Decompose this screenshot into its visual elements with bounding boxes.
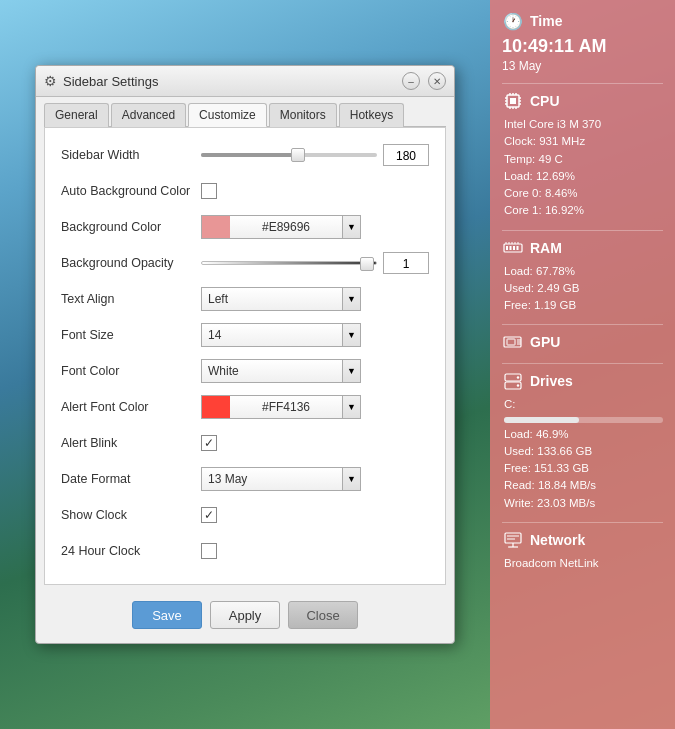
font-color-arrow: ▼	[342, 360, 360, 382]
background-color-row: Background Color #E89696 ▼	[61, 214, 429, 240]
date-format-control: 13 May ▼	[201, 467, 429, 491]
sidebar-width-value[interactable]: 180	[383, 144, 429, 166]
alert-font-color-picker[interactable]: #FF4136 ▼	[201, 395, 361, 419]
close-button[interactable]: Close	[288, 601, 358, 629]
auto-bg-color-row: Auto Background Color	[61, 178, 429, 204]
background-opacity-label: Background Opacity	[61, 256, 201, 270]
show-clock-control	[201, 507, 429, 523]
text-align-value: Left	[208, 292, 354, 306]
alert-font-color-row: Alert Font Color #FF4136 ▼	[61, 394, 429, 420]
date-format-label: Date Format	[61, 472, 201, 486]
sidebar-time-title: Time	[530, 13, 562, 29]
show-clock-row: Show Clock	[61, 502, 429, 528]
cpu-icon	[502, 90, 524, 112]
svg-point-32	[517, 385, 519, 387]
show-clock-label: Show Clock	[61, 508, 201, 522]
show-clock-checkbox[interactable]	[201, 507, 217, 523]
ram-icon	[502, 237, 524, 259]
sidebar-drives-title: Drives	[530, 373, 573, 389]
sidebar-section-ram: RAM Load: 67.78% Used: 2.49 GB Free: 1.1…	[502, 237, 663, 315]
date-format-row: Date Format 13 May ▼	[61, 466, 429, 492]
dialog-titlebar: ⚙ Sidebar Settings – ✕	[36, 66, 454, 97]
minimize-button[interactable]: –	[402, 72, 420, 90]
auto-bg-color-checkbox[interactable]	[201, 183, 217, 199]
date-format-arrow: ▼	[342, 468, 360, 490]
font-color-control: White ▼	[201, 359, 429, 383]
hour-clock-row: 24 Hour Clock	[61, 538, 429, 564]
dialog-footer: Save Apply Close	[36, 593, 454, 643]
sidebar-section-title-gpu: GPU	[502, 331, 663, 353]
font-size-label: Font Size	[61, 328, 201, 342]
background-opacity-value[interactable]: 1	[383, 252, 429, 274]
sidebar-panel: 🕐 Time 10:49:11 AM 13 May	[490, 0, 675, 729]
auto-bg-color-control	[201, 183, 429, 199]
alert-font-color-dropdown-arrow[interactable]: ▼	[342, 396, 360, 418]
svg-rect-15	[506, 246, 508, 250]
font-color-label: Font Color	[61, 364, 201, 378]
svg-rect-25	[507, 339, 515, 345]
date-format-value: 13 May	[208, 472, 354, 486]
font-color-row: Font Color White ▼	[61, 358, 429, 384]
drive-bar	[504, 417, 579, 423]
sidebar-drives-info: C: Load: 46.9% Used: 133.66 GB Free: 151…	[502, 396, 663, 512]
background-color-dropdown-arrow[interactable]: ▼	[342, 216, 360, 238]
alert-font-color-hex: #FF4136	[230, 400, 342, 414]
sidebar-section-drives: Drives C: Load: 46.9% Used: 133.66 GB Fr…	[502, 370, 663, 512]
sidebar-gpu-title: GPU	[530, 334, 560, 350]
auto-bg-color-label: Auto Background Color	[61, 184, 201, 198]
background-opacity-slider[interactable]	[201, 261, 377, 265]
sidebar-width-slider-track[interactable]	[201, 153, 377, 157]
font-size-value: 14	[208, 328, 354, 342]
svg-rect-18	[517, 246, 519, 250]
text-align-control: Left ▼	[201, 287, 429, 311]
close-titlebar-button[interactable]: ✕	[428, 72, 446, 90]
sidebar-width-control: 180	[201, 144, 429, 166]
sidebar-network-info: Broadcom NetLink	[502, 555, 663, 572]
font-color-value: White	[208, 364, 354, 378]
background-color-control: #E89696 ▼	[201, 215, 429, 239]
background-opacity-control: 1	[201, 252, 429, 274]
text-align-label: Text Align	[61, 292, 201, 306]
hour-clock-checkbox[interactable]	[201, 543, 217, 559]
sidebar-network-title: Network	[530, 532, 585, 548]
tab-hotkeys[interactable]: Hotkeys	[339, 103, 404, 127]
background-color-label: Background Color	[61, 220, 201, 234]
font-color-select[interactable]: White ▼	[201, 359, 361, 383]
sidebar-width-label: Sidebar Width	[61, 148, 201, 162]
sidebar-section-gpu: GPU	[502, 331, 663, 353]
sidebar-ram-info: Load: 67.78% Used: 2.49 GB Free: 1.19 GB	[502, 263, 663, 315]
save-button[interactable]: Save	[132, 601, 202, 629]
drives-icon	[502, 370, 524, 392]
date-format-select[interactable]: 13 May ▼	[201, 467, 361, 491]
dialog-title: Sidebar Settings	[63, 74, 394, 89]
sidebar-ram-title: RAM	[530, 240, 562, 256]
sidebar-width-row: Sidebar Width 180	[61, 142, 429, 168]
font-size-select[interactable]: 14 ▼	[201, 323, 361, 347]
background-color-picker[interactable]: #E89696 ▼	[201, 215, 361, 239]
sidebar-time-value: 10:49:11 AM	[502, 36, 663, 57]
alert-blink-checkbox[interactable]	[201, 435, 217, 451]
alert-blink-label: Alert Blink	[61, 436, 201, 450]
sidebar-section-title-ram: RAM	[502, 237, 663, 259]
tab-customize[interactable]: Customize	[188, 103, 267, 127]
apply-button[interactable]: Apply	[210, 601, 280, 629]
text-align-select[interactable]: Left ▼	[201, 287, 361, 311]
tab-monitors[interactable]: Monitors	[269, 103, 337, 127]
svg-rect-33	[505, 533, 521, 543]
drive-bar-container	[504, 417, 663, 423]
settings-dialog: ⚙ Sidebar Settings – ✕ General Advanced …	[35, 65, 455, 644]
settings-icon: ⚙	[44, 73, 57, 89]
sidebar-section-title-drives: Drives	[502, 370, 663, 392]
alert-font-color-label: Alert Font Color	[61, 400, 201, 414]
gpu-icon	[502, 331, 524, 353]
svg-rect-17	[513, 246, 515, 250]
font-size-arrow: ▼	[342, 324, 360, 346]
sidebar-section-cpu: CPU Intel Core i3 M 370 Clock: 931 MHz T…	[502, 90, 663, 220]
alert-blink-row: Alert Blink	[61, 430, 429, 456]
tab-general[interactable]: General	[44, 103, 109, 127]
tab-advanced[interactable]: Advanced	[111, 103, 186, 127]
background-color-swatch	[202, 216, 230, 238]
sidebar-section-title-network: Network	[502, 529, 663, 551]
background-opacity-row: Background Opacity 1	[61, 250, 429, 276]
sidebar-cpu-info: Intel Core i3 M 370 Clock: 931 MHz Temp:…	[502, 116, 663, 220]
